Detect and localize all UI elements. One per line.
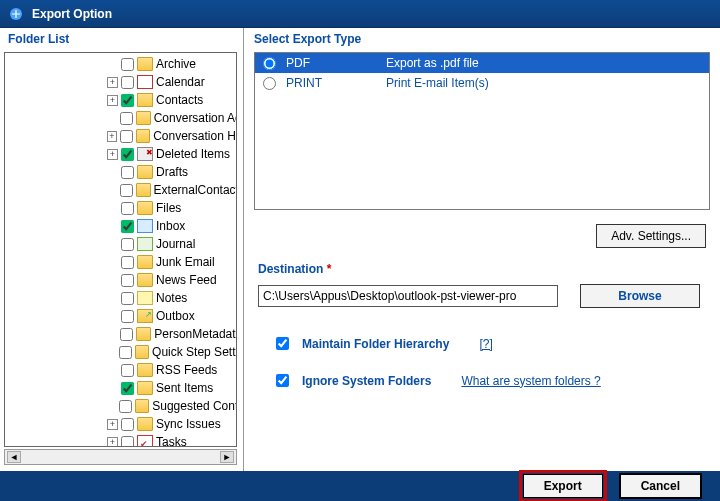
folder-tree[interactable]: Archive+Calendar+ContactsConversation Ac… xyxy=(4,52,237,447)
required-asterisk: * xyxy=(327,262,332,276)
folder-item[interactable]: PersonMetadata xyxy=(7,325,236,343)
folder-item[interactable]: Drafts xyxy=(7,163,236,181)
folder-item[interactable]: Journal xyxy=(7,235,236,253)
cancel-button[interactable]: Cancel xyxy=(619,473,702,499)
folder-icon xyxy=(135,345,149,359)
folder-checkbox[interactable] xyxy=(121,292,134,305)
folder-icon xyxy=(136,111,151,125)
folder-item[interactable]: Archive xyxy=(7,55,236,73)
folder-label: Quick Step Setting xyxy=(152,343,236,361)
folder-item[interactable]: +Contacts xyxy=(7,91,236,109)
expand-icon[interactable]: + xyxy=(107,437,118,448)
export-option-desc: Export as .pdf file xyxy=(386,56,703,70)
folder-label: Archive xyxy=(156,55,196,73)
folder-item[interactable]: +Calendar xyxy=(7,73,236,91)
expand-icon xyxy=(107,293,118,304)
export-button[interactable]: Export xyxy=(523,474,603,498)
folder-checkbox[interactable] xyxy=(121,418,134,431)
folder-item[interactable]: RSS Feeds xyxy=(7,361,236,379)
folder-icon xyxy=(137,381,153,395)
export-option-radio[interactable] xyxy=(263,77,276,90)
folder-item[interactable]: News Feed xyxy=(7,271,236,289)
deleted-icon xyxy=(137,147,153,161)
folder-checkbox[interactable] xyxy=(120,184,133,197)
folder-item[interactable]: Suggested Contac xyxy=(7,397,236,415)
expand-icon[interactable]: + xyxy=(107,95,118,106)
folder-checkbox[interactable] xyxy=(121,256,134,269)
folder-item[interactable]: ExternalContacts xyxy=(7,181,236,199)
folder-item[interactable]: Outbox xyxy=(7,307,236,325)
folder-item[interactable]: Quick Step Setting xyxy=(7,343,236,361)
expand-icon xyxy=(107,401,116,412)
folder-label: Sync Issues xyxy=(156,415,221,433)
folder-icon xyxy=(137,363,153,377)
folder-checkbox[interactable] xyxy=(119,346,132,359)
folder-checkbox[interactable] xyxy=(121,436,134,448)
folder-checkbox[interactable] xyxy=(120,112,133,125)
tasks-icon xyxy=(137,435,153,447)
folder-item[interactable]: +Conversation Hist xyxy=(7,127,236,145)
folder-item[interactable]: Junk Email xyxy=(7,253,236,271)
folder-checkbox[interactable] xyxy=(121,274,134,287)
folder-checkbox[interactable] xyxy=(120,328,133,341)
expand-icon xyxy=(107,185,117,196)
scroll-right-icon[interactable]: ► xyxy=(220,451,234,463)
folder-checkbox[interactable] xyxy=(119,400,132,413)
expand-icon[interactable]: + xyxy=(107,149,118,160)
folder-item[interactable]: +Deleted Items xyxy=(7,145,236,163)
export-option-pdf[interactable]: PDFExport as .pdf file xyxy=(255,53,709,73)
folder-checkbox[interactable] xyxy=(121,382,134,395)
folder-checkbox[interactable] xyxy=(121,364,134,377)
expand-icon xyxy=(107,275,118,286)
folder-item[interactable]: Sent Items xyxy=(7,379,236,397)
ignore-system-folders-checkbox[interactable] xyxy=(276,374,289,387)
folder-checkbox[interactable] xyxy=(121,76,134,89)
folder-checkbox[interactable] xyxy=(120,130,133,143)
export-type-header: Select Export Type xyxy=(244,28,720,52)
advanced-settings-button[interactable]: Adv. Settings... xyxy=(596,224,706,248)
maintain-hierarchy-help-link[interactable]: [?] xyxy=(479,337,492,351)
folder-checkbox[interactable] xyxy=(121,94,134,107)
folder-checkbox[interactable] xyxy=(121,202,134,215)
expand-icon xyxy=(107,113,117,124)
notes-icon xyxy=(137,291,153,305)
export-type-list: PDFExport as .pdf filePRINTPrint E-mail … xyxy=(254,52,710,210)
folder-checkbox[interactable] xyxy=(121,310,134,323)
folder-label: Inbox xyxy=(156,217,185,235)
folder-item[interactable]: +Sync Issues xyxy=(7,415,236,433)
folder-item[interactable]: +Tasks xyxy=(7,433,236,447)
folder-item[interactable]: Conversation Act xyxy=(7,109,236,127)
expand-icon[interactable]: + xyxy=(107,77,118,88)
browse-button[interactable]: Browse xyxy=(580,284,700,308)
folder-label: Notes xyxy=(156,289,187,307)
folder-icon xyxy=(137,201,153,215)
ignore-system-folders-label: Ignore System Folders xyxy=(302,374,431,388)
export-option-print[interactable]: PRINTPrint E-mail Item(s) xyxy=(255,73,709,93)
system-folders-help-link[interactable]: What are system folders ? xyxy=(461,374,600,388)
folder-checkbox[interactable] xyxy=(121,238,134,251)
folder-item[interactable]: Notes xyxy=(7,289,236,307)
folder-checkbox[interactable] xyxy=(121,166,134,179)
folder-item[interactable]: Inbox xyxy=(7,217,236,235)
export-button-highlight: Export xyxy=(519,470,607,501)
expand-icon xyxy=(107,329,117,340)
expand-icon[interactable]: + xyxy=(107,131,117,142)
expand-icon[interactable]: + xyxy=(107,419,118,430)
folder-checkbox[interactable] xyxy=(121,148,134,161)
folder-item[interactable]: Files xyxy=(7,199,236,217)
horizontal-scrollbar[interactable]: ◄ ► xyxy=(4,449,237,465)
maintain-hierarchy-checkbox[interactable] xyxy=(276,337,289,350)
export-option-radio[interactable] xyxy=(263,57,276,70)
export-settings-pane: Select Export Type PDFExport as .pdf fil… xyxy=(244,28,720,471)
folder-checkbox[interactable] xyxy=(121,58,134,71)
folder-icon xyxy=(136,327,151,341)
expand-icon xyxy=(107,221,118,232)
scroll-left-icon[interactable]: ◄ xyxy=(7,451,21,463)
app-icon xyxy=(8,6,24,22)
folder-label: Suggested Contac xyxy=(152,397,236,415)
expand-icon xyxy=(107,203,118,214)
folder-icon xyxy=(137,273,153,287)
expand-icon xyxy=(107,383,118,394)
destination-input[interactable] xyxy=(258,285,558,307)
folder-checkbox[interactable] xyxy=(121,220,134,233)
